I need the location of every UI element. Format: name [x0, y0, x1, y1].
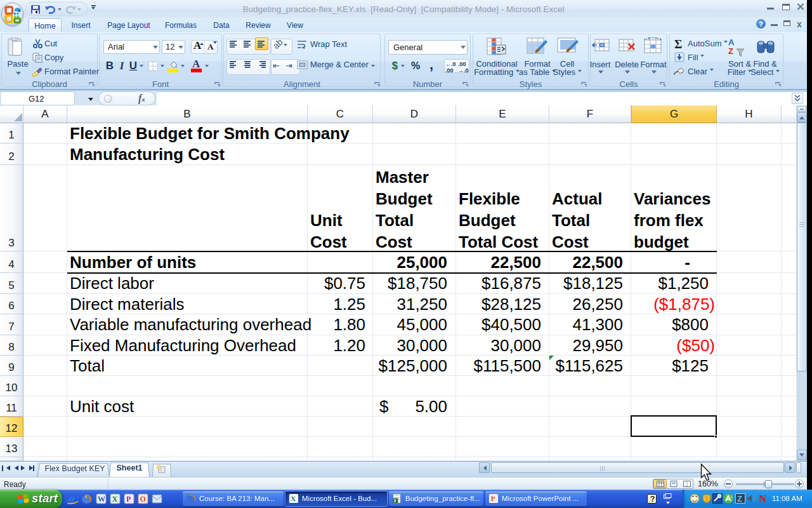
- svg-text:X: X: [393, 498, 396, 503]
- svg-text:P: P: [126, 495, 131, 504]
- svg-text:X: X: [112, 495, 118, 504]
- svg-text:N: N: [759, 493, 766, 504]
- svg-text:Z: Z: [737, 494, 742, 504]
- svg-text:e: e: [69, 493, 75, 504]
- svg-text:X: X: [291, 495, 296, 502]
- svg-text:O: O: [140, 495, 146, 504]
- svg-text:A: A: [728, 37, 735, 47]
- svg-text:P: P: [491, 495, 495, 502]
- svg-text:Z: Z: [728, 46, 733, 56]
- svg-text:W: W: [98, 495, 105, 504]
